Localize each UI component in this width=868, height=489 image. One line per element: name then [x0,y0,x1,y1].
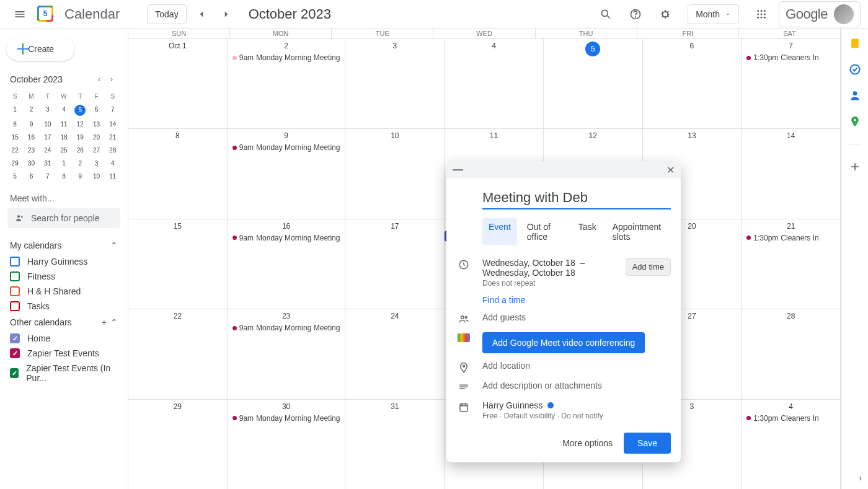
checkbox[interactable] [10,368,19,378]
prev-month-button[interactable] [192,4,211,24]
keep-icon[interactable] [849,37,861,50]
event-item[interactable]: 9amMonday Morning Meeting [230,323,343,333]
day-number[interactable]: 7 [744,42,838,50]
day-cell[interactable]: 309amMonday Morning Meeting [228,400,346,489]
mini-day[interactable]: 4 [105,157,120,169]
mini-day[interactable]: 14 [105,118,120,130]
day-number[interactable]: 31 [348,402,441,411]
day-number[interactable]: 30 [230,402,343,411]
mini-day[interactable]: 2 [24,104,38,117]
day-number[interactable]: 3 [348,42,441,50]
mini-day[interactable]: 19 [73,131,87,143]
event-item[interactable]: 1:30pmCleaners In [744,233,838,243]
mini-day[interactable]: 10 [89,170,104,182]
day-number[interactable]: 17 [348,222,441,231]
calendar-item[interactable]: H & H Shared [6,284,122,299]
day-cell[interactable]: 29 [128,400,228,489]
mini-day[interactable]: 31 [40,157,55,169]
mini-day[interactable]: 6 [24,170,38,182]
checkbox[interactable] [10,348,20,358]
day-number[interactable]: 16 [230,222,343,231]
mini-day[interactable]: 23 [24,144,38,156]
calendar-item[interactable]: Zapier Test Events (In Pur... [6,361,122,385]
calendar-item[interactable]: Home [6,331,122,346]
day-cell[interactable]: 211:30pmCleaners In [742,219,841,309]
event-title-input[interactable] [482,187,671,209]
day-number[interactable]: 9 [230,131,343,140]
day-cell[interactable]: 28 [742,309,841,399]
menu-icon[interactable] [7,2,32,27]
view-select[interactable]: Month [688,4,739,24]
add-time-button[interactable]: Add time [626,258,671,276]
drag-handle-icon[interactable]: ══ [453,165,463,174]
mini-day[interactable]: 8 [7,118,22,130]
mini-day[interactable]: 3 [40,104,55,117]
day-cell[interactable]: 71:30pmCleaners In [742,39,841,128]
checkbox[interactable] [10,257,20,267]
event-type-tab[interactable]: Appointment slots [606,218,671,245]
day-number[interactable]: 24 [348,312,441,320]
event-type-tab[interactable]: Out of office [521,218,569,245]
settings-icon[interactable] [653,2,678,27]
mini-day[interactable]: 11 [105,170,120,182]
search-icon[interactable] [593,2,618,27]
day-number[interactable]: 2 [230,42,343,50]
day-number[interactable]: 14 [744,131,838,140]
save-button[interactable]: Save [624,433,671,454]
mini-day[interactable]: 21 [105,131,120,143]
mini-day[interactable]: 29 [7,157,22,169]
event-item[interactable]: 9amMonday Morning Meeting [230,233,343,243]
day-number[interactable]: 4 [744,402,838,411]
mini-day[interactable]: 25 [56,144,71,156]
mini-day[interactable]: 8 [56,170,71,182]
maps-icon[interactable] [849,115,861,128]
day-cell[interactable]: 4 [445,39,544,128]
day-number[interactable]: 4 [447,42,541,50]
day-cell[interactable]: 3 [345,39,445,128]
day-cell[interactable]: 5 [544,39,643,128]
checkbox[interactable] [10,333,20,343]
mini-next-button[interactable]: › [105,73,118,86]
add-meet-button[interactable]: Add Google Meet video conferencing [482,332,645,353]
mini-day[interactable]: 18 [56,131,71,143]
day-cell[interactable]: Oct 1 [128,39,228,128]
mini-day[interactable]: 1 [56,157,71,169]
day-cell[interactable]: 99amMonday Morning Meeting [228,129,346,218]
mini-day[interactable]: 24 [40,144,55,156]
event-type-tab[interactable]: Task [572,218,603,245]
day-number[interactable]: 6 [645,42,739,50]
event-item[interactable]: 9amMonday Morning Meeting [230,413,343,423]
my-calendars-header[interactable]: My calendars ⌃ [6,237,122,254]
contacts-icon[interactable] [849,89,861,102]
day-number[interactable]: Oct 1 [131,42,224,50]
calendar-item[interactable]: Tasks [6,299,122,314]
day-number[interactable]: 13 [645,131,739,140]
day-cell[interactable]: 15 [128,219,228,309]
checkbox[interactable] [10,286,20,296]
mini-day[interactable]: 7 [40,170,55,182]
day-cell[interactable]: 6 [643,39,742,128]
add-addon-icon[interactable] [849,161,861,173]
calendar-item[interactable]: Fitness [6,269,122,284]
create-button[interactable]: Create [6,37,74,61]
mini-day[interactable]: 10 [40,118,55,130]
mini-day[interactable]: 5 [7,170,22,182]
checkbox[interactable] [10,271,20,281]
add-description-input[interactable]: Add description or attachments [482,381,602,390]
add-guests-input[interactable]: Add guests [482,312,526,322]
add-location-input[interactable]: Add location [482,361,530,371]
other-calendars-header[interactable]: Other calendars + ⌃ [6,314,122,331]
mini-day[interactable]: 4 [56,104,71,117]
event-type-tab[interactable]: Event [482,218,517,245]
mini-day[interactable]: 2 [73,157,87,169]
mini-day[interactable]: 5 [74,105,86,116]
day-cell[interactable]: 8 [128,129,228,218]
event-date-range[interactable]: Wednesday, October 18 – Wednesday, Octob… [482,258,614,278]
close-icon[interactable]: ✕ [666,164,675,176]
help-icon[interactable] [623,2,648,27]
find-time-link[interactable]: Find a time [482,295,525,305]
calendar-item[interactable]: Harry Guinness [6,254,122,269]
mini-day[interactable]: 9 [24,118,38,130]
event-item[interactable]: 9amMonday Morning Meeting [230,143,343,152]
day-cell[interactable]: 14 [742,129,841,218]
